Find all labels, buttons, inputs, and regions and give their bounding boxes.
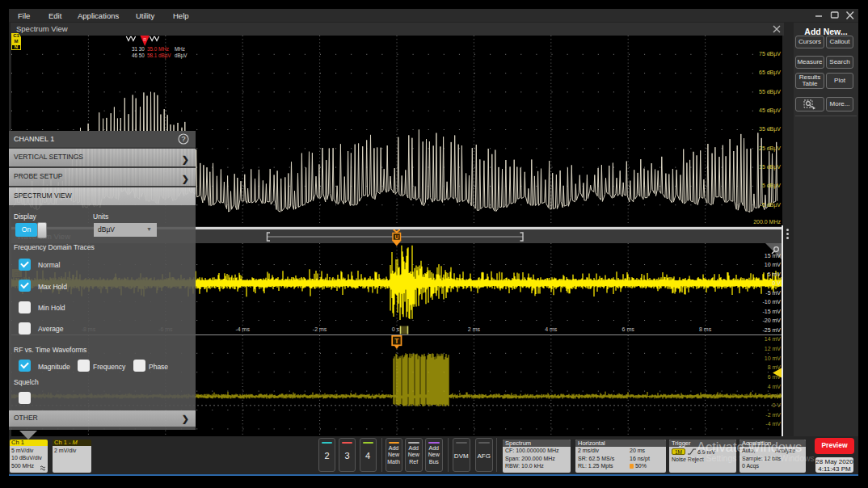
- svg-text:?: ?: [181, 135, 185, 143]
- svg-text:75 dBµV: 75 dBµV: [759, 51, 781, 57]
- svg-text:45 dBµV: 45 dBµV: [759, 107, 781, 114]
- svg-text:MHz: MHz: [175, 46, 185, 52]
- svg-text:35.0 MHz: 35.0 MHz: [147, 46, 169, 52]
- svg-text:dBµV: dBµV: [175, 53, 188, 59]
- svg-text:U: U: [394, 234, 398, 240]
- svg-text:65 dBµV: 65 dBµV: [759, 69, 781, 76]
- svg-text:8 ms: 8 ms: [699, 326, 712, 332]
- svg-text:200.0 MHz: 200.0 MHz: [753, 219, 781, 225]
- svg-text:10 mV: 10 mV: [765, 355, 782, 361]
- svg-text:6 ms: 6 ms: [622, 326, 635, 332]
- svg-text:-15 mV: -15 mV: [762, 309, 781, 314]
- svg-text:12 mV: 12 mV: [765, 346, 782, 351]
- svg-text:25 dBµV: 25 dBµV: [759, 145, 781, 152]
- svg-text:-5 dBµV: -5 dBµV: [761, 202, 782, 208]
- svg-text:46 50: 46 50: [132, 53, 145, 58]
- svg-text:-4 ms: -4 ms: [235, 326, 250, 332]
- svg-text:-20 mV: -20 mV: [762, 318, 781, 323]
- svg-text:-5 mV: -5 mV: [765, 290, 781, 296]
- svg-text:-25 mV: -25 mV: [762, 327, 781, 333]
- svg-text:R: R: [143, 37, 146, 42]
- svg-text:4 mV: 4 mV: [768, 384, 782, 389]
- svg-text:2 ms: 2 ms: [468, 326, 481, 332]
- svg-text:15 mV: 15 mV: [765, 253, 782, 259]
- svg-text:2 mV: 2 mV: [768, 393, 782, 398]
- svg-text:0 V: 0 V: [772, 402, 781, 408]
- svg-text:-2 mV: -2 mV: [765, 412, 781, 418]
- svg-text:14 mV: 14 mV: [765, 336, 782, 342]
- svg-text:5 dBµV: 5 dBµV: [762, 183, 781, 189]
- svg-text:35 dBµV: 35 dBµV: [759, 126, 781, 133]
- svg-text:58.1 dBµV: 58.1 dBµV: [147, 53, 171, 59]
- svg-text:-10 mV: -10 mV: [762, 299, 781, 305]
- svg-text:-2 ms: -2 ms: [313, 326, 327, 332]
- svg-text:T: T: [394, 337, 399, 345]
- svg-text:0 V: 0 V: [772, 280, 781, 286]
- svg-text:31 30: 31 30: [132, 46, 145, 52]
- svg-text:55 dBµV: 55 dBµV: [759, 89, 781, 95]
- svg-text:-4 mV: -4 mV: [765, 421, 781, 427]
- svg-text:15 dBµV: 15 dBµV: [759, 164, 781, 170]
- svg-text:5 mV: 5 mV: [768, 271, 782, 277]
- svg-text:4 ms: 4 ms: [545, 326, 558, 332]
- svg-text:10 mV: 10 mV: [765, 262, 782, 267]
- svg-text:8 mV: 8 mV: [768, 364, 782, 370]
- svg-text:0 s: 0 s: [392, 326, 400, 332]
